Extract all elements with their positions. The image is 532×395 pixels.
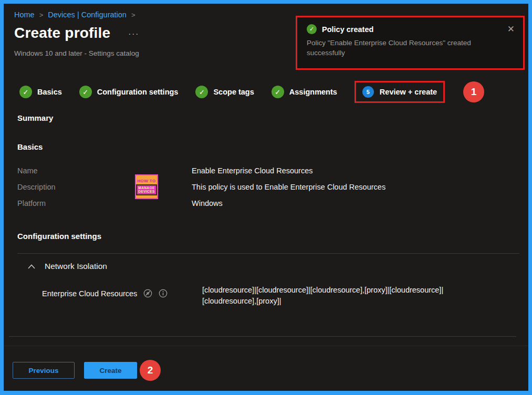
- tab-label: Assignments: [289, 88, 337, 96]
- breadcrumb-devices-configuration[interactable]: Devices | Configuration: [48, 11, 127, 19]
- check-icon: ✓: [19, 86, 32, 98]
- group-label: Network Isolation: [45, 262, 107, 271]
- step-number-icon: 5: [362, 86, 374, 98]
- divider: [17, 253, 519, 254]
- check-icon: ✓: [195, 86, 208, 98]
- check-icon: ✓: [79, 86, 92, 98]
- annotation-badge-2: 2: [140, 360, 161, 381]
- chevron-right-icon: >: [131, 11, 135, 19]
- policy-created-toast: ✓ Policy created ✕ Policy "Enable Enterp…: [296, 16, 525, 70]
- field-value-name: Enable Enterprise Cloud Resources: [192, 167, 313, 175]
- breadcrumb-home[interactable]: Home: [14, 11, 35, 19]
- summary-heading: Summary: [17, 113, 53, 122]
- configuration-settings-heading: Configuration settings: [17, 232, 101, 241]
- htmd-logo: HOW TO MANAGE DEVICES: [135, 174, 158, 199]
- tab-review-create[interactable]: 5 Review + create: [354, 81, 445, 103]
- annotation-badge-1: 1: [463, 81, 484, 102]
- chevron-up-icon: [28, 264, 35, 269]
- tab-label: Review + create: [380, 88, 437, 96]
- check-icon: ✓: [272, 86, 284, 98]
- setting-label: Enterprise Cloud Resources: [42, 289, 137, 298]
- network-isolation-group[interactable]: Network Isolation: [28, 262, 107, 271]
- field-label-description: Description: [17, 183, 56, 191]
- setting-value-line: [cloudresource]|[cloudresource]|[cloudre…: [202, 285, 526, 296]
- info-icon[interactable]: [159, 289, 168, 298]
- tab-basics[interactable]: ✓ Basics: [19, 86, 62, 98]
- success-check-icon: ✓: [307, 24, 317, 34]
- close-icon[interactable]: ✕: [507, 24, 515, 35]
- field-label-platform: Platform: [17, 199, 46, 207]
- tab-assignments[interactable]: ✓ Assignments: [272, 86, 337, 98]
- toast-title: Policy created: [322, 25, 373, 34]
- wizard-steps: ✓ Basics ✓ Configuration settings ✓ Scop…: [19, 79, 484, 105]
- chevron-right-icon: >: [39, 11, 44, 19]
- toast-message: Policy "Enable Enterprise Cloud Resource…: [307, 38, 501, 58]
- create-profile-page: Home > Devices | Configuration > Create …: [4, 4, 528, 391]
- tab-scope-tags[interactable]: ✓ Scope tags: [195, 86, 254, 98]
- field-value-description: This policy is used to Enable Enterprise…: [192, 183, 385, 191]
- footer-divider: [4, 346, 528, 346]
- setting-applicability-icon[interactable]: [143, 289, 152, 298]
- divider: [9, 336, 516, 337]
- setting-value: [cloudresource]|[cloudresource]|[cloudre…: [202, 285, 526, 307]
- field-value-platform: Windows: [192, 199, 223, 207]
- ellipsis-menu-icon[interactable]: ···: [126, 28, 141, 39]
- tab-label: Basics: [37, 88, 62, 96]
- create-button[interactable]: Create: [84, 362, 137, 379]
- setting-value-line: [cloudresource],[proxy]|: [202, 296, 526, 307]
- previous-button[interactable]: Previous: [13, 362, 75, 379]
- screenshot-frame: Home > Devices | Configuration > Create …: [0, 0, 532, 395]
- tab-label: Configuration settings: [97, 88, 179, 96]
- tab-label: Scope tags: [213, 88, 254, 96]
- page-subtitle: Windows 10 and later - Settings catalog: [14, 49, 139, 57]
- logo-text: MANAGE: [138, 186, 154, 190]
- breadcrumb: Home > Devices | Configuration >: [14, 11, 135, 19]
- logo-text: HOW TO: [137, 179, 155, 183]
- page-title: Create profile: [14, 25, 110, 41]
- tab-configuration-settings[interactable]: ✓ Configuration settings: [79, 86, 179, 98]
- basics-heading: Basics: [17, 142, 43, 151]
- logo-text: DEVICES: [138, 190, 154, 194]
- field-label-name: Name: [17, 167, 38, 175]
